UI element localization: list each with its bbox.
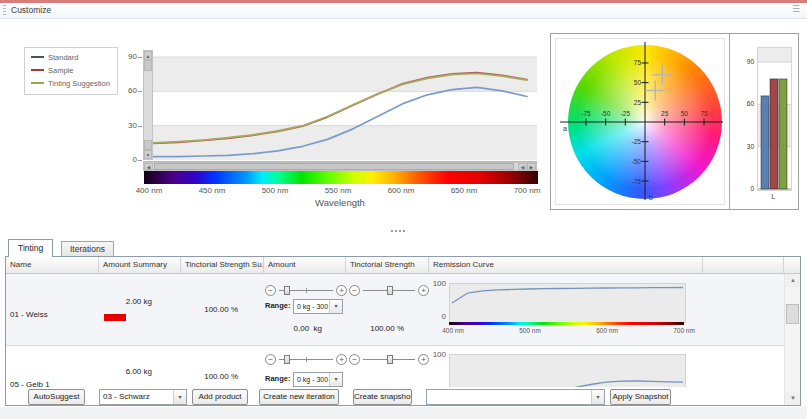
window-bottom-margin [0,407,807,419]
x-axis-tick-label: 400 nm [127,186,171,196]
color-analysis-panel: -75-50-25255075755025-25-50-75 a b 03060… [550,33,799,210]
increase-icon[interactable]: + [336,354,347,365]
create-snapshot-button[interactable]: Create snapshot [353,389,412,405]
tinctorial-strength-slider[interactable]: − + [349,284,429,297]
slider-track[interactable] [363,284,415,297]
slider-thumb[interactable] [284,286,290,295]
a-axis-label: a [563,125,567,132]
range-dropdown[interactable]: 0 kg - 300 l ▾ [293,372,343,387]
scroll-left-icon[interactable]: ◀ [518,163,527,170]
tinting-action-toolbar: AutoSuggest 03 - Schwarz ▾ Add product C… [6,387,784,406]
add-product-button[interactable]: Add product [192,389,248,405]
x-axis-tick-label: 600 nm [379,186,423,196]
column-header-remission-curve[interactable]: Remission Curve [429,257,703,273]
remission-spectrum-bar [449,322,684,325]
column-header-tinctorial-strength-summary[interactable]: Tinctorial Strength Su... [181,257,264,273]
scrollbar-thumb[interactable] [144,140,152,150]
b-axis-tick-label: 75 [615,58,641,68]
tinctorial-strength-summary: 100.00 % [179,305,238,314]
amount-summary: 2.00 kg [99,297,152,306]
slider-track[interactable] [363,353,415,366]
tick-mark [138,160,142,161]
legend-item: Sample [31,66,117,79]
product-name: 01 - Weiss [10,310,48,319]
column-header-amount[interactable]: Amount [264,257,346,273]
amount-slider[interactable]: − + [265,284,347,297]
y-axis-tick-label: 0 [103,155,137,165]
scrollbar-thumb[interactable] [154,163,514,170]
decrease-icon[interactable]: − [265,354,276,365]
amount-value: 0,00 kg [264,324,322,333]
slider-center-tick [306,288,307,293]
table-scrollbar[interactable]: ▲ ▼ [784,274,800,405]
x-axis-title: Wavelength [143,197,537,208]
create-new-iteration-button[interactable]: Create new iteration [259,389,339,405]
column-header-empty[interactable] [703,257,784,273]
remission-axis-ticks: 400 nm500 nm600 nm700 nm [449,326,684,335]
snapshot-select[interactable]: ▾ [426,389,605,405]
scroll-down-icon[interactable]: ▼ [144,150,152,159]
amount-summary: 6.00 kg [99,367,152,376]
b-axis-tick-label: 50 [615,78,641,88]
tinctorial-strength-slider[interactable]: − + [349,353,429,366]
amount-slider[interactable]: − + [265,353,347,366]
remission-y-max: 100 [424,350,446,360]
decrease-icon[interactable]: − [349,285,360,296]
scrollbar-thumb[interactable] [144,60,152,71]
increase-icon[interactable]: + [336,285,347,296]
dropdown-arrow-icon[interactable]: ▾ [329,300,342,313]
dropdown-arrow-icon[interactable]: ▾ [591,390,604,404]
decrease-icon[interactable]: − [349,354,360,365]
autosuggest-button[interactable]: AutoSuggest [28,389,85,405]
decrease-icon[interactable]: − [265,285,276,296]
column-header-name[interactable]: Name [6,257,99,273]
remission-x-tick-label: 600 nm [589,326,625,336]
a-axis-tick-label: 75 [692,109,716,119]
scroll-left-icon[interactable]: ◀ [144,163,153,170]
y-axis-tick-label: 90 [103,52,137,62]
tab-tinting[interactable]: Tinting [8,239,53,257]
b-axis-tick-label: -25 [615,137,641,147]
l-axis-tick-label: 60 [731,99,754,109]
spectral-chart-plot [143,50,537,162]
wavelength-spectrum-bar [144,171,538,184]
l-axis-tick-label: 0 [731,184,754,194]
scrollbar-thumb[interactable] [786,304,799,324]
toolbar-title: Customize [11,5,51,15]
tick-mark [138,91,142,92]
apply-snapshot-button[interactable]: Apply Snapshot [610,389,671,405]
legend-swatch [31,82,44,84]
slider-track[interactable] [279,284,333,297]
toolbar-options-icon[interactable]: ☰ [792,4,800,14]
toolbar-grip-icon[interactable] [3,5,6,16]
scroll-right-icon[interactable]: ▶ [527,163,536,170]
legend-swatch [31,69,44,71]
splitter-handle[interactable] [391,230,405,232]
dropdown-arrow-icon[interactable]: ▾ [173,390,186,404]
column-header-amount-summary[interactable]: Amount Summary [99,257,181,273]
column-header-tinctorial-strength[interactable]: Tinctorial Strength [346,257,429,273]
slider-thumb[interactable] [387,286,393,295]
slider-thumb[interactable] [284,355,290,364]
tinting-table: Name Amount Summary Tinctorial Strength … [5,256,801,406]
x-axis-tick-label: 450 nm [190,186,234,196]
remission-y-min: 0 [424,312,446,322]
slider-thumb[interactable] [387,355,393,364]
x-axis-scrollbar[interactable]: ◀ ◀ ▶ [143,162,537,171]
b-axis-tick-label: 25 [615,98,641,108]
range-dropdown[interactable]: 0 kg - 300 l ▾ [293,299,343,314]
scroll-down-icon[interactable]: ▼ [786,392,800,405]
x-axis-tick-label: 550 nm [316,186,360,196]
table-row[interactable]: 01 - Weiss 2.00 kg 100.00 % − + Range: 0… [6,274,784,346]
x-axis-tick-label: 500 nm [253,186,297,196]
y-axis-scrollbar[interactable]: ▲ ▼ [143,50,153,160]
legend-swatch [31,56,44,58]
b-axis-tick-label: -75 [615,177,641,187]
dropdown-arrow-icon[interactable]: ▾ [329,373,342,386]
tab-iterations[interactable]: Iterations [61,241,114,257]
x-axis-tick-label: 650 nm [442,186,486,196]
scroll-up-icon[interactable]: ▲ [144,51,152,60]
slider-track[interactable] [279,353,333,366]
product-select[interactable]: 03 - Schwarz ▾ [99,389,187,405]
scroll-up-icon[interactable]: ▲ [786,274,800,287]
